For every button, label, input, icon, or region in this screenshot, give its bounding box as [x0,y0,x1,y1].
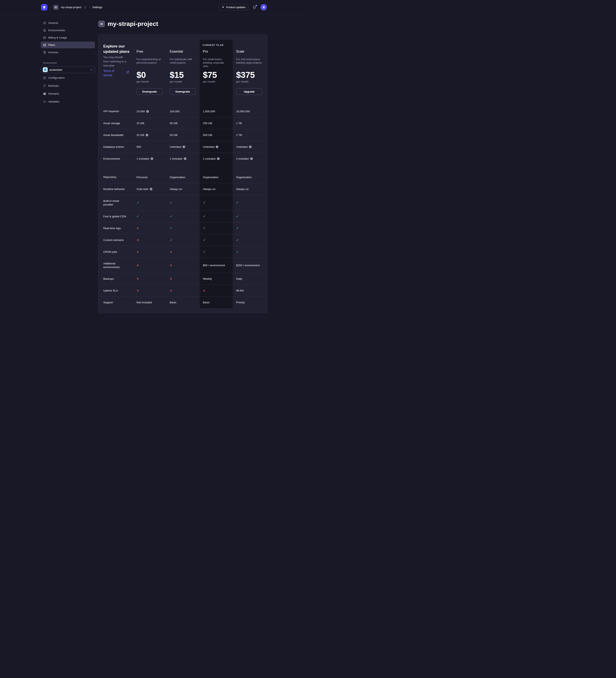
feature-value: Unlimited [170,145,181,148]
feature-label: Fast & global CDN [103,215,136,218]
breadcrumb-separator: / [89,6,90,9]
sidebar-item-billing-usage[interactable]: Billing & Usage [41,34,95,41]
plans-card: CURRENT PLAN Explore our updated plans Y… [98,34,267,313]
feature-row-uptime-sla: Uptime SLA ✕ ✕ ✕ 99.9% [100,285,265,296]
plan-description: For mid-sized teams building large proje… [236,58,265,65]
plan-description: For individuals with small projects [170,58,195,65]
feature-label: Uptime SLA [103,289,136,293]
downgrade-free-button[interactable]: Downgrade [136,88,163,95]
feature-value: 1 included [203,157,215,160]
check-icon: ✓ [203,214,206,219]
plan-description: For experimenting or personal projects [136,58,163,65]
sidebar-item-plans[interactable]: Plans [41,42,95,48]
environment-nav: Configuration Backups Domains [41,74,95,105]
strapi-avatar-mark [262,6,265,9]
feature-value: 10,000,000 [236,110,250,113]
page-title: my-strapi-project [108,21,158,27]
feature-row-support: Support Not Included Basic Basic Priorit… [100,296,265,308]
folder-icon [43,92,46,96]
receipt-icon [43,51,46,54]
feature-value: 1 TB [236,122,242,125]
sidebar-item-label: Configuration [48,76,65,79]
feature-row-runtime-behavior: Runtime behavior Cold starti Always on A… [100,183,265,195]
plan-column-scale: Scale For mid-sized teams building large… [236,40,262,105]
user-avatar[interactable] [260,4,267,10]
check-icon: ✓ [170,238,172,242]
product-updates-button[interactable]: Product updates [218,4,248,10]
sidebar-item-domains[interactable]: Domains [41,90,95,97]
code-icon [43,100,46,103]
feature-label: Asset bandwidth [103,133,136,137]
plan-name: Pro [203,50,208,53]
feature-value: 250 GB [203,122,212,125]
plans-subtitle: You may benefit from switching to a new … [103,55,129,68]
breadcrumb-separator: / [50,6,51,9]
feature-label: Real-time logs [103,226,136,230]
feature-value: Unlimited [203,145,214,148]
check-icon: ✓ [236,214,239,219]
sidebar-item-label: Domains [48,92,59,95]
upgrade-scale-button[interactable]: Upgrade [236,88,262,95]
sidebar-item-invoices[interactable]: Invoices [41,49,95,55]
info-icon[interactable]: i [184,157,187,160]
plan-description: For small teams building corporate sites [203,58,227,68]
info-icon[interactable]: i [151,157,153,160]
downgrade-essential-button[interactable]: Downgrade [170,88,196,95]
cross-icon: ✕ [136,277,139,281]
sidebar-item-backups[interactable]: Backups [41,82,95,89]
feature-value: 100,000 [170,110,180,113]
check-icon: ✓ [203,238,206,242]
plan-column-essential: Essential For individuals with small pro… [170,40,203,105]
plan-price-period: per month [136,80,149,83]
terms-of-service-link[interactable]: Terms of service [103,69,118,77]
strapi-logo[interactable] [41,4,47,11]
cross-icon: ✕ [136,226,139,230]
feature-value: 500 [136,145,141,148]
info-icon[interactable]: i [250,157,253,160]
feature-value: Always on [203,188,215,191]
info-icon[interactable]: i [150,188,152,190]
info-icon[interactable]: i [217,157,219,160]
check-icon: ✓ [236,238,239,242]
external-link-icon[interactable] [126,71,129,74]
breadcrumb-settings[interactable]: Settings [92,6,102,9]
cross-icon: ✕ [170,289,172,293]
check-icon: ✓ [203,226,206,230]
cross-icon: ✕ [136,289,139,293]
plan-name: Free [136,50,143,53]
sidebar-item-variables[interactable]: Variables [41,98,95,105]
project-switcher-icon[interactable] [84,6,87,9]
check-icon: ✓ [203,200,206,205]
info-icon[interactable]: i [182,146,185,148]
environment-select[interactable]: production [41,66,95,73]
check-icon: ✓ [236,226,239,230]
info-icon[interactable]: i [146,110,149,113]
feature-value: Always on [236,188,249,191]
page-header: M my-strapi-project [98,21,158,27]
cross-icon: ✕ [170,250,172,254]
info-icon[interactable]: i [216,146,218,148]
feature-row-cron-jobs: CRON jobs ✕ ✕ ✓ ✓ [100,246,265,258]
plan-name: Essential [170,50,183,53]
plan-price: $375 [236,70,255,80]
feature-value: Organization [170,176,186,179]
sidebar-item-general[interactable]: General [41,20,95,26]
feature-label: Runtime behavior [103,187,136,191]
info-icon[interactable]: i [146,134,148,137]
cross-icon: ✕ [136,250,139,254]
feature-value: 1 TB [236,134,242,137]
cross-icon: ✕ [170,277,172,281]
feature-value: Organization [236,176,252,179]
sidebar-item-environments[interactable]: Environments [41,27,95,34]
notifications-button[interactable] [253,5,256,9]
feature-row-backups: Backups ✕ ✕ Weekly Daily [100,273,265,285]
breadcrumb-project[interactable]: my-strapi-project [61,6,81,9]
plan-price-period: per month [236,80,249,83]
credit-card-icon [43,36,46,39]
feature-value: Always on [170,188,182,191]
sidebar-item-label: General [48,22,58,25]
info-icon[interactable]: i [249,146,252,148]
cross-icon: ✕ [136,238,139,242]
sidebar-item-configuration[interactable]: Configuration [41,74,95,81]
feature-label: API requests [103,109,136,113]
